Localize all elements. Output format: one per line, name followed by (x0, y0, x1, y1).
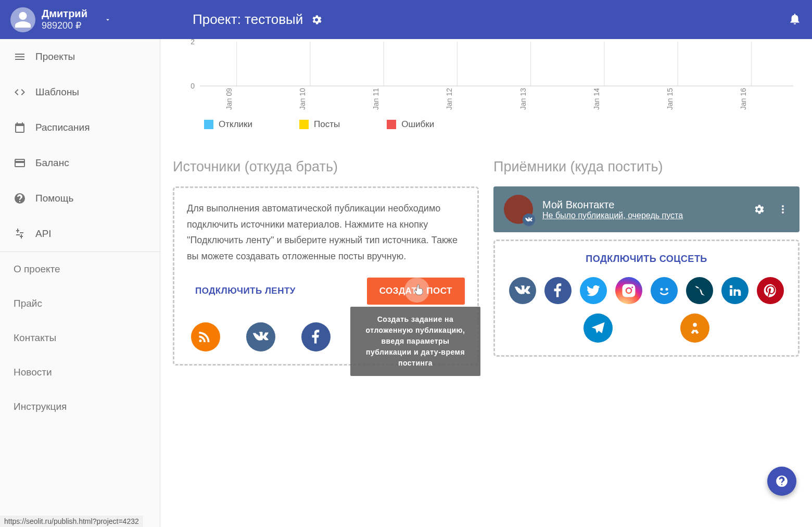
svg-point-20 (666, 288, 668, 291)
svg-text:Jan 15: Jan 15 (666, 88, 674, 110)
chart-canvas: 02Jan 09Jan 10Jan 11Jan 12Jan 13Jan 14Ja… (173, 39, 800, 112)
vk-icon[interactable] (509, 277, 536, 304)
pinterest-icon[interactable] (757, 277, 784, 304)
svg-text:Jan 11: Jan 11 (372, 88, 380, 110)
gear-icon[interactable] (753, 203, 765, 216)
linkedin-icon[interactable] (721, 277, 748, 304)
sidebar-item-label: Помощь (35, 193, 73, 204)
odnoklassniki-icon[interactable] (680, 313, 709, 343)
chart: 02Jan 09Jan 10Jan 11Jan 12Jan 13Jan 14Ja… (173, 39, 800, 133)
svg-text:Jan 12: Jan 12 (445, 88, 453, 110)
sidebar-link-instruction[interactable]: Инструкция (0, 390, 160, 424)
sources-box: Для выполнения автоматической публикации… (173, 186, 479, 366)
connect-feed-button[interactable]: ПОДКЛЮЧИТЬ ЛЕНТУ (193, 281, 298, 302)
create-post-button[interactable]: СОЗДАТЬ ПОСТ Создать задание на отложенн… (367, 278, 465, 305)
sidebar-link-news[interactable]: Новости (0, 355, 160, 390)
sidebar-item-label: Баланс (35, 157, 69, 169)
menu-icon (14, 51, 26, 63)
legend-item[interactable]: Отклики (204, 119, 252, 130)
sidebar-item-balance[interactable]: Баланс (0, 145, 160, 181)
sidebar-item-schedules[interactable]: Расписания (0, 110, 160, 145)
fb-source-icon[interactable] (301, 322, 331, 352)
receiver-card[interactable]: Мой Вконтакте Не было публикаций, очеред… (493, 186, 800, 232)
sidebar-link-contacts[interactable]: Контакты (0, 321, 160, 355)
connect-social-title: ПОДКЛЮЧИТЬ СОЦСЕТЬ (508, 254, 785, 265)
sidebar-item-api[interactable]: API (0, 216, 160, 252)
sidebar-item-label: Шаблоны (35, 86, 79, 98)
connect-social-box: ПОДКЛЮЧИТЬ СОЦСЕТЬ (493, 240, 800, 357)
bell-icon[interactable] (788, 12, 802, 26)
instagram-icon[interactable] (615, 277, 642, 304)
calendar-icon (14, 121, 26, 134)
svg-text:Jan 10: Jan 10 (298, 88, 307, 110)
gear-icon[interactable] (310, 14, 323, 26)
svg-text:Jan 13: Jan 13 (519, 88, 527, 110)
svg-point-19 (661, 288, 663, 291)
sources-panel: Источники (откуда брать) Для выполнения … (173, 159, 479, 366)
chevron-down-icon (104, 16, 111, 23)
sidebar-item-projects[interactable]: Проекты (0, 39, 160, 74)
card-icon (14, 157, 26, 169)
help-icon (14, 192, 26, 205)
receiver-avatar (504, 195, 533, 224)
svg-point-21 (693, 323, 697, 327)
help-fab[interactable] (767, 467, 796, 496)
project-title: Проект: тестовый (193, 11, 323, 28)
svg-text:2: 2 (191, 39, 195, 46)
vk-source-icon[interactable] (246, 322, 275, 352)
receiver-status[interactable]: Не было публикаций, очередь пуста (542, 211, 683, 220)
user-balance: 989200 ₽ (42, 20, 87, 31)
create-post-tooltip: Создать задание на отложенную публикацию… (350, 307, 480, 376)
main-content: 02Jan 09Jan 10Jan 11Jan 12Jan 13Jan 14Ja… (160, 39, 812, 527)
user-menu[interactable]: Дмитрий 989200 ₽ (10, 7, 151, 32)
legend-item[interactable]: Посты (299, 119, 340, 130)
api-icon (14, 228, 26, 240)
svg-text:Jan 16: Jan 16 (739, 88, 747, 110)
rss-source-icon[interactable] (191, 322, 220, 352)
status-bar-url: https://seolit.ru/publish.html?project=4… (0, 516, 143, 527)
chart-legend: ОткликиПостыОшибки (204, 119, 800, 130)
twitter-icon[interactable] (580, 277, 607, 304)
receivers-panel: Приёмники (куда постить) Мой Вконтакте Н… (493, 159, 800, 366)
svg-text:Jan 09: Jan 09 (225, 88, 233, 110)
sidebar-item-label: API (35, 228, 52, 240)
more-icon[interactable] (777, 203, 789, 216)
vk-badge-icon (523, 214, 535, 226)
receivers-title: Приёмники (куда постить) (493, 159, 800, 175)
avatar-icon (10, 7, 35, 32)
sources-title: Источники (откуда брать) (173, 159, 479, 175)
fb-icon[interactable] (544, 277, 572, 304)
sidebar-item-label: Расписания (35, 122, 90, 133)
legend-item[interactable]: Ошибки (387, 119, 434, 130)
mymir-icon[interactable] (651, 277, 678, 304)
sidebar-item-help[interactable]: Помощь (0, 181, 160, 216)
sidebar: Проекты Шаблоны Расписания Баланс Помощь… (0, 39, 160, 527)
app-header: Дмитрий 989200 ₽ Проект: тестовый (0, 0, 812, 39)
svg-text:Jan 14: Jan 14 (592, 88, 601, 110)
code-icon (14, 86, 26, 98)
sidebar-link-about[interactable]: О проекте (0, 252, 160, 286)
svg-text:0: 0 (191, 82, 195, 90)
project-title-text: Проект: тестовый (193, 11, 303, 28)
sidebar-item-templates[interactable]: Шаблоны (0, 74, 160, 110)
sidebar-link-price[interactable]: Прайс (0, 286, 160, 321)
sidebar-item-label: Проекты (35, 51, 75, 62)
user-name: Дмитрий (42, 8, 87, 20)
telegram-icon[interactable] (583, 313, 613, 343)
livejournal-icon[interactable] (686, 277, 713, 304)
sources-description: Для выполнения автоматической публикации… (187, 200, 465, 264)
receiver-name: Мой Вконтакте (542, 199, 683, 211)
create-post-button-label: СОЗДАТЬ ПОСТ (379, 286, 452, 296)
